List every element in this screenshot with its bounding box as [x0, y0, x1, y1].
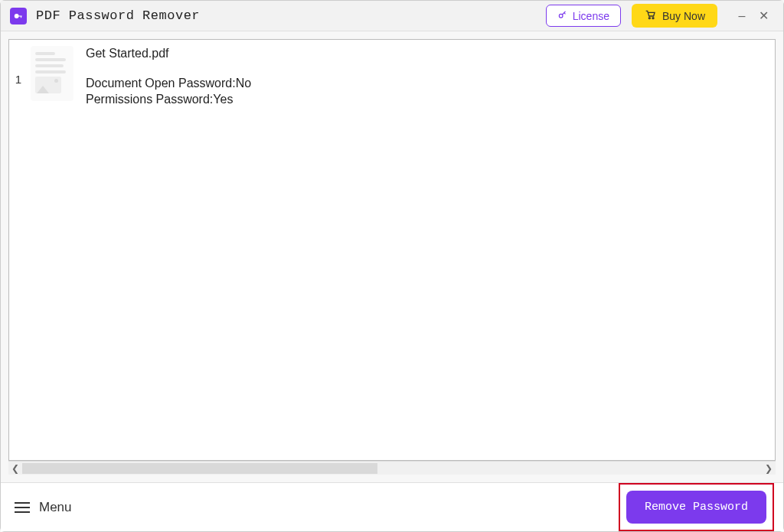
scrollbar-thumb[interactable]	[22, 463, 377, 474]
buy-now-label: Buy Now	[662, 10, 705, 22]
app-icon	[10, 8, 27, 24]
svg-point-2	[648, 18, 650, 19]
file-info: Get Started.pdf Document Open Password: …	[86, 46, 251, 107]
scroll-right-icon[interactable]: ❯	[762, 463, 776, 474]
scrollbar-track[interactable]	[22, 463, 762, 474]
bottombar: Menu Remove Password	[1, 482, 783, 531]
doc-open-password-value: No	[236, 76, 251, 92]
horizontal-scrollbar[interactable]: ❮ ❯	[8, 461, 776, 475]
file-name: Get Started.pdf	[86, 46, 251, 62]
menu-label: Menu	[39, 500, 72, 515]
menu-button[interactable]: Menu	[15, 500, 72, 515]
titlebar: PDF Password Remover License Buy Now	[1, 1, 783, 31]
file-list: 1 Get Started.pdf Document Open Password…	[8, 39, 776, 461]
remove-password-highlight: Remove Password	[619, 483, 774, 531]
key-icon	[557, 9, 568, 22]
main-area: 1 Get Started.pdf Document Open Password…	[1, 31, 783, 482]
minimize-icon: –	[739, 9, 746, 23]
license-button[interactable]: License	[546, 5, 621, 27]
permissions-password-value: Yes	[213, 92, 233, 108]
svg-point-0	[15, 14, 18, 18]
row-number: 1	[12, 46, 24, 86]
app-window: PDF Password Remover License Buy Now	[0, 0, 784, 532]
close-button[interactable]: ✕	[753, 5, 774, 27]
file-thumbnail-icon	[31, 46, 74, 101]
file-row[interactable]: 1 Get Started.pdf Document Open Password…	[9, 40, 775, 113]
remove-password-button[interactable]: Remove Password	[626, 491, 766, 524]
close-icon: ✕	[759, 8, 769, 23]
app-title: PDF Password Remover	[36, 8, 200, 23]
doc-open-password-label: Document Open Password:	[86, 76, 236, 92]
svg-point-3	[652, 18, 654, 19]
permissions-password-label: Permissions Password:	[86, 92, 213, 108]
license-button-label: License	[573, 10, 609, 22]
cart-icon	[644, 8, 656, 23]
hamburger-icon	[15, 502, 30, 513]
svg-point-1	[559, 14, 563, 18]
scroll-left-icon[interactable]: ❮	[8, 463, 22, 474]
minimize-button[interactable]: –	[731, 5, 753, 27]
buy-now-button[interactable]: Buy Now	[632, 4, 717, 28]
